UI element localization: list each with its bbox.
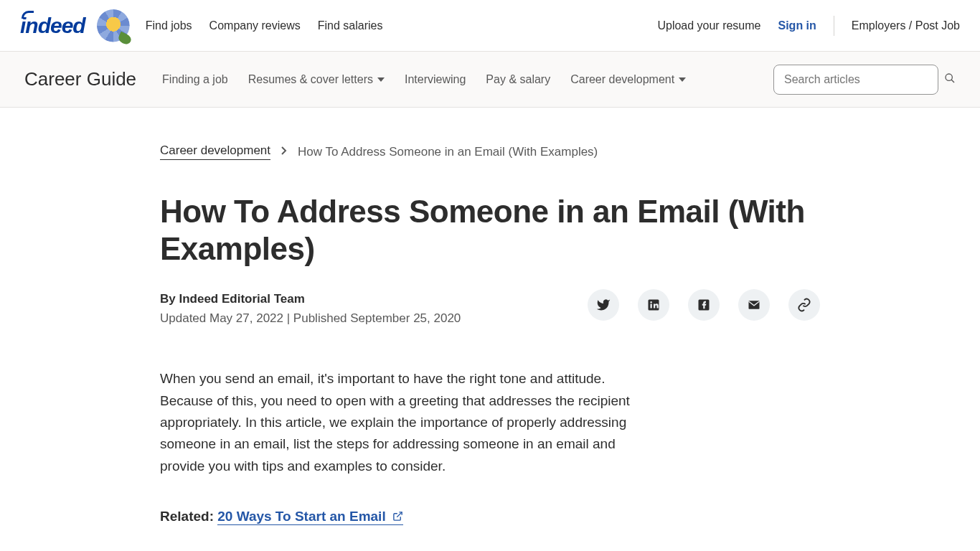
sunflower-icon [97,9,130,42]
linkedin-icon [647,298,660,311]
share-link-button[interactable] [788,289,820,321]
career-guide-title: Career Guide [24,68,136,90]
share-email-button[interactable] [738,289,770,321]
svg-line-1 [951,80,954,83]
related-row: Related: 20 Ways To Start an Email [160,509,820,525]
twitter-icon [596,298,611,312]
meta-left: By Indeed Editorial Team Updated May 27,… [160,289,461,328]
chevron-down-icon [679,77,686,82]
article-main: Career development How To Address Someon… [160,108,820,551]
subnav-pay-salary[interactable]: Pay & salary [486,73,550,86]
nav-find-salaries[interactable]: Find salaries [318,19,383,32]
svg-point-0 [946,74,952,80]
subnav-finding-a-job[interactable]: Finding a job [162,73,228,86]
subnav-career-development[interactable]: Career development [570,73,686,86]
svg-line-7 [397,512,402,517]
subnav-label: Pay & salary [486,73,550,86]
top-nav: indeed Find jobs Company reviews Find sa… [0,0,980,52]
breadcrumb-parent[interactable]: Career development [160,143,270,160]
search-wrap [773,65,956,95]
share-facebook-button[interactable] [688,289,720,321]
svg-rect-6 [749,301,760,309]
primary-nav-links: Find jobs Company reviews Find salaries [146,19,383,32]
breadcrumb-current: How To Address Someone in an Email (With… [298,145,598,159]
sub-nav: Career Guide Finding a job Resumes & cov… [0,52,980,108]
sub-nav-links: Finding a job Resumes & cover letters In… [162,73,753,86]
nav-right: Upload your resume Sign in Employers / P… [657,16,960,36]
article-title: How To Address Someone in an Email (With… [160,193,820,268]
upload-resume-link[interactable]: Upload your resume [657,19,760,32]
share-linkedin-button[interactable] [638,289,669,321]
logo-block[interactable]: indeed [20,9,130,42]
related-label: Related: [160,509,214,524]
related-link-text: 20 Ways To Start an Email [217,509,385,524]
sign-in-link[interactable]: Sign in [778,19,816,32]
subnav-label: Career development [570,73,674,86]
search-icon[interactable] [944,72,956,87]
svg-point-4 [650,301,651,303]
email-icon [747,298,761,312]
subnav-label: Interviewing [405,73,466,86]
publish-dates: Updated May 27, 2022 | Published Septemb… [160,309,461,328]
breadcrumb: Career development How To Address Someon… [160,143,820,160]
subnav-label: Finding a job [162,73,228,86]
link-icon [797,298,811,312]
related-link[interactable]: 20 Ways To Start an Email [217,509,403,525]
share-icons [588,289,820,321]
external-link-icon [392,509,403,525]
share-twitter-button[interactable] [588,289,619,321]
article-intro: When you send an email, it's important t… [160,368,633,477]
facebook-icon [697,298,710,311]
svg-rect-3 [651,303,652,308]
meta-row: By Indeed Editorial Team Updated May 27,… [160,289,820,328]
chevron-right-icon [281,145,288,159]
employers-link[interactable]: Employers / Post Job [852,19,960,32]
subnav-interviewing[interactable]: Interviewing [405,73,466,86]
nav-find-jobs[interactable]: Find jobs [146,19,192,32]
chevron-down-icon [377,77,385,82]
search-input[interactable] [773,65,938,95]
nav-company-reviews[interactable]: Company reviews [209,19,301,32]
nav-separator [834,16,834,36]
subnav-resumes-cover-letters[interactable]: Resumes & cover letters [248,73,385,86]
indeed-logo: indeed [20,14,85,38]
byline: By Indeed Editorial Team [160,289,461,309]
subnav-label: Resumes & cover letters [248,73,373,86]
